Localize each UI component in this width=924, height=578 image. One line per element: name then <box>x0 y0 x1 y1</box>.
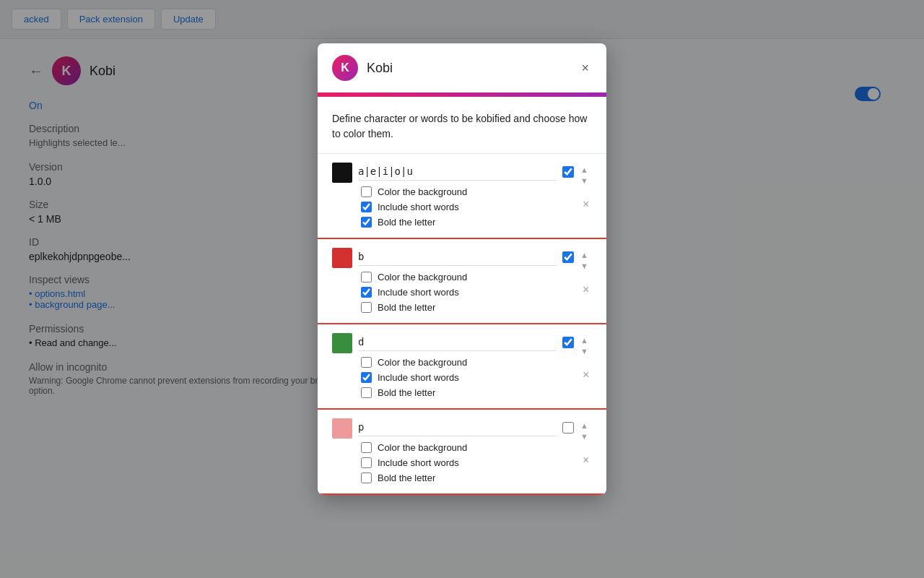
delete-button-2[interactable]: × <box>581 282 590 297</box>
modal-icon: K <box>332 55 358 81</box>
include_short_words-label-1: Include short words <box>378 202 459 212</box>
delete-button-1[interactable]: × <box>581 197 590 212</box>
bold_the_letter-row-4: Bold the letter <box>358 473 574 483</box>
entry-1: Color the backgroundInclude short wordsB… <box>318 154 606 239</box>
color_background-row-2: Color the background <box>358 272 574 282</box>
delete-button-3[interactable]: × <box>581 368 590 382</box>
bold_the_letter-checkbox-1[interactable] <box>361 217 372 228</box>
color_background-row-4: Color the background <box>358 442 574 453</box>
color_background-checkbox-3[interactable] <box>361 357 372 368</box>
entry-enabled-2[interactable] <box>562 251 574 263</box>
color_background-label-4: Color the background <box>378 442 467 453</box>
entry-enabled-3[interactable] <box>562 337 574 348</box>
modal-entries: Color the backgroundInclude short wordsB… <box>318 154 606 495</box>
move-up-button-2[interactable]: ▲ <box>580 251 589 260</box>
modal-header: K Kobi × <box>318 43 606 92</box>
entry-2: Color the backgroundInclude short wordsB… <box>318 239 606 324</box>
bold_the_letter-label-4: Bold the letter <box>378 473 435 483</box>
bold_the_letter-checkbox-2[interactable] <box>361 302 372 313</box>
bold_the_letter-row-1: Bold the letter <box>358 217 574 228</box>
entry-input-4[interactable] <box>358 418 557 436</box>
color_background-label-1: Color the background <box>378 186 467 197</box>
color_background-checkbox-2[interactable] <box>361 272 372 282</box>
color-swatch-3[interactable] <box>332 333 352 353</box>
color_background-label-3: Color the background <box>378 357 467 368</box>
move-up-button-1[interactable]: ▲ <box>580 165 589 175</box>
include_short_words-label-2: Include short words <box>378 287 459 298</box>
color_background-checkbox-4[interactable] <box>361 442 372 453</box>
include_short_words-label-4: Include short words <box>378 457 459 468</box>
color-swatch-1[interactable] <box>332 163 352 183</box>
move-down-button-1[interactable]: ▼ <box>580 176 589 186</box>
modal-title: Kobi <box>367 61 393 76</box>
include_short_words-row-4: Include short words <box>358 457 574 468</box>
color_background-row-1: Color the background <box>358 186 574 197</box>
bold_the_letter-checkbox-3[interactable] <box>361 387 372 398</box>
modal-overlay: K Kobi × Define character or words to be… <box>0 0 924 578</box>
include_short_words-checkbox-2[interactable] <box>361 287 372 298</box>
move-down-button-4[interactable]: ▼ <box>580 432 589 441</box>
modal-description: Define character or words to be kobified… <box>318 97 606 154</box>
include_short_words-row-2: Include short words <box>358 287 574 298</box>
entry-enabled-1[interactable] <box>562 166 574 178</box>
bold_the_letter-label-3: Bold the letter <box>378 387 435 398</box>
move-down-button-3[interactable]: ▼ <box>580 347 589 356</box>
include_short_words-row-3: Include short words <box>358 372 574 383</box>
entry-enabled-4[interactable] <box>562 422 574 434</box>
bold_the_letter-checkbox-4[interactable] <box>361 473 372 483</box>
include_short_words-checkbox-1[interactable] <box>361 202 372 212</box>
include_short_words-row-1: Include short words <box>358 202 574 212</box>
entry-4: Color the backgroundInclude short wordsB… <box>318 410 606 495</box>
delete-button-4[interactable]: × <box>581 453 590 467</box>
color-swatch-2[interactable] <box>332 248 352 268</box>
move-down-button-2[interactable]: ▼ <box>580 262 589 271</box>
color_background-label-2: Color the background <box>378 272 467 282</box>
bold_the_letter-label-1: Bold the letter <box>378 217 435 228</box>
move-up-button-4[interactable]: ▲ <box>580 421 589 431</box>
entry-input-3[interactable] <box>358 333 557 351</box>
move-up-button-3[interactable]: ▲ <box>580 336 589 345</box>
include_short_words-checkbox-4[interactable] <box>361 457 372 468</box>
color-swatch-4[interactable] <box>332 418 352 439</box>
color_background-row-3: Color the background <box>358 357 574 368</box>
modal-close-button[interactable]: × <box>578 59 592 77</box>
include_short_words-checkbox-3[interactable] <box>361 372 372 383</box>
entry-input-1[interactable] <box>358 163 557 181</box>
color_background-checkbox-1[interactable] <box>361 186 372 197</box>
bold_the_letter-label-2: Bold the letter <box>378 302 435 313</box>
bold_the_letter-row-2: Bold the letter <box>358 302 574 313</box>
entry-input-2[interactable] <box>358 248 557 266</box>
bold_the_letter-row-3: Bold the letter <box>358 387 574 398</box>
include_short_words-label-3: Include short words <box>378 372 459 383</box>
entry-3: Color the backgroundInclude short wordsB… <box>318 324 606 410</box>
modal-header-left: K Kobi <box>332 55 393 81</box>
kobi-modal: K Kobi × Define character or words to be… <box>318 43 606 495</box>
